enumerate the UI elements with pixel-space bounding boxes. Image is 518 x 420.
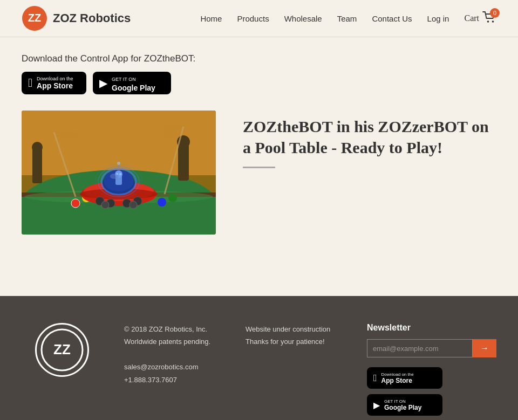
product-section: ZOZtheBOT in his ZOZzerBOT on a Pool Tab… [22, 111, 496, 235]
footer-app-store-text: Download on the App Store [381, 372, 414, 384]
download-title: Download the Control App for ZOZtheBOT: [22, 53, 496, 64]
app-store-badge[interactable]:  Download on the App Store [22, 72, 86, 94]
nav-contact[interactable]: Contact Us [372, 14, 412, 23]
product-image [22, 111, 216, 235]
svg-point-38 [110, 174, 119, 179]
footer-status-line1: Website under construction [246, 323, 345, 335]
newsletter-title: Newsletter [367, 323, 496, 333]
cart-label: Cart [464, 13, 479, 23]
nav-home[interactable]: Home [200, 14, 222, 23]
footer-newsletter: Newsletter →  Download on the App Store… [367, 323, 496, 416]
footer-copyright: © 2018 ZOZ Robotics, Inc. [124, 323, 224, 335]
footer-apple-icon:  [373, 373, 377, 384]
svg-point-19 [168, 194, 177, 202]
footer-google-play-badge[interactable]: ▶ GET IT ON Google Play [367, 394, 442, 416]
svg-point-16 [158, 198, 166, 206]
nav-wholesale[interactable]: Wholesale [284, 14, 322, 23]
newsletter-input[interactable] [367, 339, 473, 357]
svg-text:ZZ: ZZ [28, 12, 41, 24]
nav-products[interactable]: Products [237, 14, 269, 23]
footer-info: © 2018 ZOZ Robotics, Inc. Worldwide pate… [124, 323, 224, 386]
product-description: ZOZtheBOT in his ZOZzerBOT on a Pool Tab… [243, 111, 496, 168]
svg-point-3 [492, 20, 494, 23]
svg-point-2 [487, 20, 489, 23]
main-content: Download the Control App for ZOZtheBOT: … [0, 37, 518, 296]
svg-text:ZZ: ZZ [53, 341, 71, 357]
svg-point-13 [32, 142, 43, 153]
apple-icon:  [28, 76, 32, 90]
footer-phone: +1.888.373.7607 [124, 376, 177, 384]
cart-count: 0 [490, 8, 500, 18]
footer-status: Website under construction Thanks for yo… [246, 323, 345, 348]
play-icon: ▶ [99, 77, 107, 89]
google-play-badge[interactable]: ▶ GET IT ON Google Play [93, 72, 171, 94]
store-badges:  Download on the App Store ▶ GET IT ON … [22, 72, 496, 94]
footer-store-badges:  Download on the App Store ▶ GET IT ON … [367, 367, 496, 416]
footer-status-line2: Thanks for your patience! [246, 335, 345, 348]
footer-logo-area: ZZ [22, 323, 103, 377]
footer-play-icon: ▶ [373, 400, 380, 410]
footer-app-store-badge[interactable]:  Download on the App Store [367, 367, 442, 389]
newsletter-form: → [367, 339, 496, 357]
logo-icon: ZZ [22, 5, 47, 31]
footer-logo-icon: ZZ [40, 328, 84, 371]
svg-point-28 [130, 201, 137, 209]
cart-icon-wrap: 0 [482, 11, 496, 25]
svg-point-40 [117, 162, 120, 165]
svg-point-37 [119, 173, 121, 175]
product-illustration [22, 111, 216, 235]
svg-point-17 [71, 199, 80, 208]
footer-google-play-text: GET IT ON Google Play [384, 399, 421, 411]
footer-logo-circle: ZZ [35, 323, 89, 377]
cart-button[interactable]: Cart 0 [464, 11, 496, 25]
logo-link[interactable]: ZZ ZOZ Robotics [22, 5, 131, 31]
svg-rect-10 [178, 143, 189, 181]
site-footer: ZZ © 2018 ZOZ Robotics, Inc. Worldwide p… [0, 296, 518, 420]
footer-patents: Worldwide patents pending. [124, 335, 224, 348]
nav-login[interactable]: Log in [427, 14, 449, 23]
logo-text: ZOZ Robotics [53, 11, 131, 25]
site-header: ZZ ZOZ Robotics Home Products Wholesale … [0, 0, 518, 37]
divider [243, 167, 275, 168]
footer-email[interactable]: sales@zozrobotics.com [124, 363, 198, 371]
newsletter-submit-button[interactable]: → [473, 339, 496, 357]
main-nav: Home Products Wholesale Team Contact Us … [200, 11, 496, 25]
google-play-text: GET IT ON Google Play [112, 73, 165, 93]
svg-point-27 [101, 201, 109, 209]
nav-team[interactable]: Team [337, 14, 357, 23]
svg-rect-12 [32, 148, 42, 183]
app-store-text: Download on the App Store [37, 76, 73, 90]
product-title: ZOZtheBOT in his ZOZzerBOT on a Pool Tab… [243, 116, 496, 158]
download-section: Download the Control App for ZOZtheBOT: … [22, 53, 496, 94]
